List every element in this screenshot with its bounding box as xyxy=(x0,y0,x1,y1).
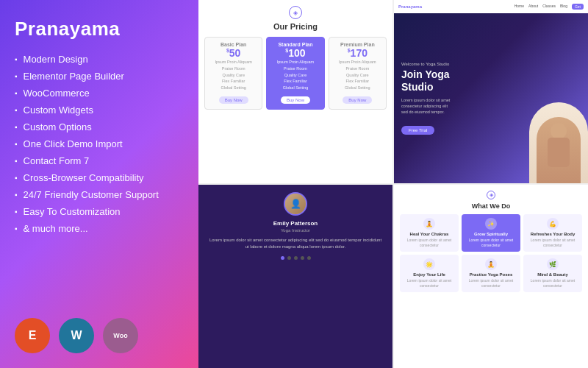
nav-link-about: About xyxy=(528,4,538,10)
whatwedo-item-title-6: Mind & Beauty xyxy=(526,272,579,277)
testimonial-text: Lorem ipsum dolor sit amet consectetur a… xyxy=(207,237,384,250)
feature-item: Cross-Browser Compatibility xyxy=(15,172,184,183)
nav-link-get: Get xyxy=(572,4,584,10)
hero-nav-brand: Pranayama xyxy=(398,4,422,9)
whatwedo-item-title-5: Practice Yoga Poses xyxy=(465,272,517,277)
feature-item: Custom Widgets xyxy=(15,105,184,116)
whatwedo-item-icon-6: 🌿 xyxy=(547,258,559,270)
left-panel: Pranayama Modern DesignElementor Page Bu… xyxy=(0,0,198,368)
whatwedo-item-icon-1: 🧘 xyxy=(423,218,435,230)
basic-plan-price: $50 xyxy=(208,47,259,59)
standard-plan: Standard Plan $100 Ipsum Proin AliquamPr… xyxy=(266,37,324,110)
dot-3 xyxy=(294,256,298,260)
dot-1 xyxy=(281,256,284,260)
pricing-icon: ◈ xyxy=(289,6,302,19)
brand-title: Pranayama xyxy=(15,18,184,40)
standard-buy-button[interactable]: Buy Now xyxy=(281,96,310,104)
hero-nav: Pranayama Home About Classes Blog Get xyxy=(394,0,588,13)
feature-item: 24/7 Friendly Customer Support xyxy=(15,189,184,200)
whatwedo-item-2: ✨ Grow Spiritually Lorem ipsum dolor sit… xyxy=(462,214,520,252)
whatwedo-item-icon-4: 🌟 xyxy=(423,258,435,270)
testimonial-avatar: 👤 xyxy=(284,192,307,216)
dot-4 xyxy=(301,256,304,260)
whatwedo-item-icon-5: 🧘 xyxy=(485,258,497,270)
hero-desc: Lorem ipsum dolor sit ametconsectetur ad… xyxy=(401,97,450,116)
whatwedo-item-title-3: Refreshes Your Body xyxy=(526,232,579,236)
hero-title: Join YogaStudio xyxy=(401,68,450,93)
features-list: Modern DesignElementor Page BuilderWooCo… xyxy=(15,54,184,234)
feature-item: One Click Demo Import xyxy=(15,138,184,149)
feature-item: Easy To Customization xyxy=(15,206,184,217)
basic-buy-button[interactable]: Buy Now xyxy=(219,96,248,104)
whatwedo-item-desc-3: Lorem ipsum dolor sit amet consectetur xyxy=(526,238,579,248)
icon-row: E W Woo xyxy=(15,318,184,353)
whatwedo-section-icon: ◈ xyxy=(487,191,495,199)
elementor-icon: E xyxy=(15,318,50,353)
nav-link-blog: Blog xyxy=(560,4,567,10)
testimonial-dots xyxy=(281,256,311,260)
testimonial-name: Emily Patterson xyxy=(273,220,318,227)
hero-nav-links: Home About Classes Blog Get xyxy=(514,4,584,10)
premium-plan-features: Ipsum Proin AliquamPraise RoomQuality Ca… xyxy=(332,59,383,91)
basic-plan-features: Ipsum Proin AliquamPraise RoomQuality Ca… xyxy=(208,59,259,91)
whatwedo-section: ◈ What We Do 🧘 Heal Your Chakras Lorem i… xyxy=(394,185,588,368)
whatwedo-item-title-4: Enjoy Your Life xyxy=(403,272,456,277)
whatwedo-item-3: 💪 Refreshes Your Body Lorem ipsum dolor … xyxy=(523,214,582,252)
wordpress-icon: W xyxy=(59,318,94,353)
whatwedo-item-1: 🧘 Heal Your Chakras Lorem ipsum dolor si… xyxy=(400,214,459,252)
standard-plan-name: Standard Plan xyxy=(270,42,320,47)
premium-plan-name: Premium Plan xyxy=(332,42,383,47)
hero-sub: Welcome to Yoga Studio xyxy=(401,62,450,66)
dot-5 xyxy=(307,256,311,260)
left-top: Pranayama Modern DesignElementor Page Bu… xyxy=(15,18,184,240)
whatwedo-item-title-1: Heal Your Chakras xyxy=(403,232,456,236)
hero-img-area: Welcome to Yoga Studio Join YogaStudio L… xyxy=(394,13,588,183)
pricing-title: Our Pricing xyxy=(273,22,318,31)
feature-item: Custom Options xyxy=(15,121,184,132)
whatwedo-item-desc-1: Lorem ipsum dolor sit amet consectetur xyxy=(403,238,456,248)
dot-2 xyxy=(287,256,291,260)
whatwedo-title-row: ◈ xyxy=(400,191,582,199)
whatwedo-item-title-2: Grow Spiritually xyxy=(465,232,517,236)
right-panel: ◈ Our Pricing Basic Plan $50 Ipsum Proin… xyxy=(198,0,588,368)
feature-item: Elementor Page Builder xyxy=(15,71,184,82)
whatwedo-grid: 🧘 Heal Your Chakras Lorem ipsum dolor si… xyxy=(400,214,582,292)
nav-link-home: Home xyxy=(514,4,524,10)
standard-plan-features: Ipsum Proin AliquamPraise RoomQuality Ca… xyxy=(270,59,320,91)
testimonial-section: 👤 Emily Patterson Yoga Instructor Lorem … xyxy=(198,185,392,368)
premium-buy-button[interactable]: Buy Now xyxy=(343,96,372,104)
whatwedo-item-icon-2: ✨ xyxy=(485,218,497,230)
whatwedo-item-desc-6: Lorem ipsum dolor sit amet consectetur xyxy=(526,278,579,289)
pricing-cols: Basic Plan $50 Ipsum Proin AliquamPraise… xyxy=(204,37,387,110)
whatwedo-item-icon-3: 💪 xyxy=(547,218,559,230)
whatwedo-item-4: 🌟 Enjoy Your Life Lorem ipsum dolor sit … xyxy=(400,255,459,292)
nav-link-classes: Classes xyxy=(542,4,556,10)
basic-plan: Basic Plan $50 Ipsum Proin AliquamPraise… xyxy=(204,37,262,110)
testimonial-role: Yoga Instructor xyxy=(281,228,310,233)
whatwedo-item-desc-4: Lorem ipsum dolor sit amet consectetur xyxy=(403,278,456,289)
whatwedo-item-desc-2: Lorem ipsum dolor sit amet consectetur xyxy=(465,238,517,248)
hero-section: Pranayama Home About Classes Blog Get We… xyxy=(394,0,588,183)
whatwedo-item-6: 🌿 Mind & Beauty Lorem ipsum dolor sit am… xyxy=(523,255,582,292)
premium-plan-price: $170 xyxy=(332,47,383,59)
premium-plan: Premium Plan $170 Ipsum Proin AliquamPra… xyxy=(329,37,387,110)
whatwedo-item-5: 🧘 Practice Yoga Poses Lorem ipsum dolor … xyxy=(462,255,520,292)
feature-item: Contact Form 7 xyxy=(15,155,184,166)
feature-item: WooCommerce xyxy=(15,88,184,99)
basic-plan-name: Basic Plan xyxy=(208,42,259,47)
pricing-section: ◈ Our Pricing Basic Plan $50 Ipsum Proin… xyxy=(198,0,392,183)
hero-cta-button[interactable]: Free Trial xyxy=(401,126,434,135)
feature-item: Modern Design xyxy=(15,54,184,65)
woocommerce-icon: Woo xyxy=(103,318,138,353)
whatwedo-item-desc-5: Lorem ipsum dolor sit amet consectetur xyxy=(465,278,517,289)
hero-text-block: Welcome to Yoga Studio Join YogaStudio L… xyxy=(401,62,450,134)
hero-person-image xyxy=(529,102,588,183)
standard-plan-price: $100 xyxy=(270,47,320,59)
feature-item: & much more... xyxy=(15,223,184,234)
whatwedo-title: What We Do xyxy=(400,202,582,210)
